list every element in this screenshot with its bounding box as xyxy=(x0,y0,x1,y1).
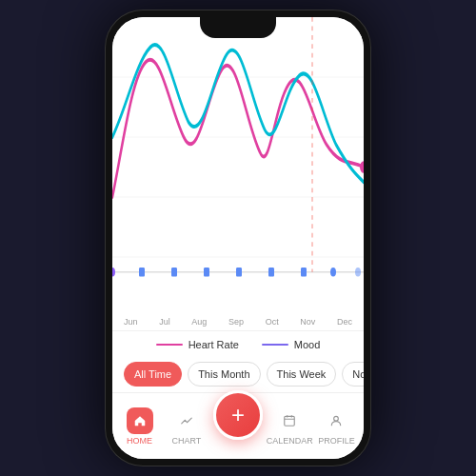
svg-rect-9 xyxy=(236,268,242,276)
nav-fab[interactable]: + xyxy=(209,413,266,440)
add-icon: + xyxy=(231,404,245,426)
bottom-nav: HOME CHART + xyxy=(112,392,364,459)
chart-area xyxy=(112,17,364,317)
home-icon xyxy=(133,414,147,427)
chart-label: CHART xyxy=(171,436,201,446)
x-label-aug: Aug xyxy=(191,317,207,327)
home-label: HOME xyxy=(127,436,152,446)
nav-chart[interactable]: CHART xyxy=(163,407,209,446)
chart-icon xyxy=(180,414,193,427)
calendar-icon-wrap xyxy=(276,407,303,434)
svg-rect-11 xyxy=(301,268,307,276)
mood-line-icon xyxy=(262,344,288,346)
profile-icon-wrap xyxy=(323,407,349,434)
add-button[interactable]: + xyxy=(213,390,263,440)
x-label-oct: Oct xyxy=(266,317,279,327)
legend-mood: Mood xyxy=(262,339,321,350)
nav-home[interactable]: HOME xyxy=(116,407,163,446)
filter-row: All Time This Month This Week Nov 25th ▾ xyxy=(112,356,364,392)
legend: Heart Rate Mood xyxy=(112,330,364,356)
calendar-icon xyxy=(283,414,296,427)
svg-point-20 xyxy=(334,416,339,421)
svg-rect-10 xyxy=(268,268,274,276)
profile-icon xyxy=(329,414,343,427)
heart-rate-line-icon xyxy=(156,344,183,346)
x-label-jun: Jun xyxy=(124,317,138,327)
phone-frame: Jun Jul Aug Sep Oct Nov Dec Heart Rate M… xyxy=(105,10,371,466)
nav-profile[interactable]: PROFILE xyxy=(313,407,360,446)
notch xyxy=(200,17,276,38)
x-axis-labels: Jun Jul Aug Sep Oct Nov Dec xyxy=(112,317,364,330)
all-time-button[interactable]: All Time xyxy=(124,362,182,387)
this-month-button[interactable]: This Month xyxy=(188,362,260,387)
chart-icon-wrap xyxy=(173,407,200,434)
mood-label: Mood xyxy=(294,339,321,350)
date-picker-button[interactable]: Nov 25th ▾ xyxy=(342,362,364,387)
x-label-dec: Dec xyxy=(337,317,352,327)
profile-label: PROFILE xyxy=(318,436,355,446)
calendar-label: CALENDAR xyxy=(267,436,313,446)
nav-calendar[interactable]: CALENDAR xyxy=(267,407,313,446)
svg-point-14 xyxy=(360,161,364,173)
svg-point-5 xyxy=(112,268,115,276)
x-label-jul: Jul xyxy=(159,317,170,327)
svg-point-12 xyxy=(330,268,336,276)
phone-screen: Jun Jul Aug Sep Oct Nov Dec Heart Rate M… xyxy=(112,17,364,459)
legend-heart-rate: Heart Rate xyxy=(156,339,239,350)
home-icon-wrap xyxy=(127,407,153,434)
svg-rect-8 xyxy=(204,268,209,276)
svg-rect-6 xyxy=(139,268,145,276)
svg-rect-7 xyxy=(171,268,177,276)
x-label-sep: Sep xyxy=(228,317,244,327)
svg-point-13 xyxy=(355,268,361,276)
this-week-button[interactable]: This Week xyxy=(267,362,337,387)
date-label: Nov 25 xyxy=(352,368,364,380)
x-label-nov: Nov xyxy=(300,317,315,327)
heart-rate-label: Heart Rate xyxy=(188,339,239,350)
svg-rect-16 xyxy=(285,416,295,426)
